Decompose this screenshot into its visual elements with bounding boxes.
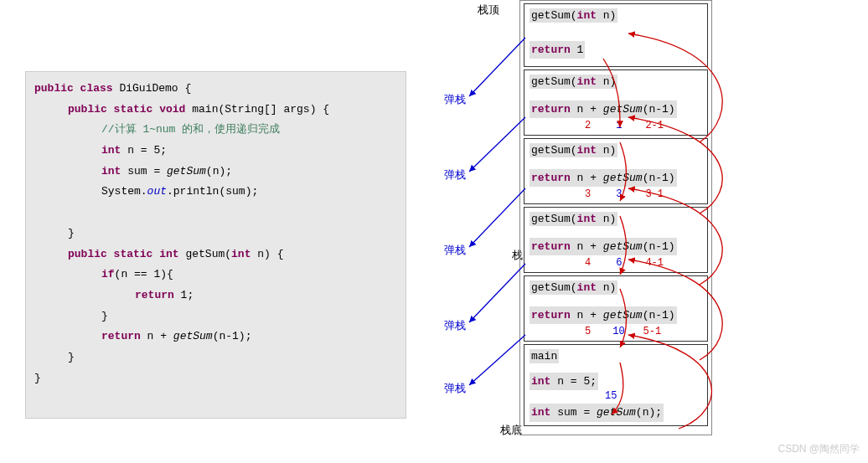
svg-line-0	[469, 38, 525, 96]
code-line: public class DiGuiDemo {	[34, 79, 397, 100]
stack-top-label: 栈顶	[478, 3, 499, 18]
frame-signature: getSum(int n)	[530, 8, 617, 23]
stack-frame-main: main int n = 5; 15 int sum = getSum(n);	[524, 344, 708, 426]
stack-frame: getSum(int n) return n + getSum(n-1) 212…	[524, 69, 708, 136]
svg-line-1	[469, 117, 525, 172]
stack-outer: getSum(int n) return 1 getSum(int n) ret…	[519, 0, 712, 435]
stack-frame: getSum(int n) return 1	[524, 3, 708, 67]
pop-label: 弹栈	[444, 243, 466, 258]
stack-frame: getSum(int n) return n + getSum(n-1) 464…	[524, 207, 708, 273]
pop-label: 弹栈	[444, 167, 466, 183]
pop-label: 弹栈	[444, 318, 466, 333]
svg-line-2	[469, 188, 525, 247]
stack-area: getSum(int n) return 1 getSum(int n) ret…	[519, 0, 721, 452]
stack-frame: getSum(int n) return n + getSum(n-1) 510…	[524, 275, 708, 342]
code-block: public class DiGuiDemo { public static v…	[25, 71, 406, 419]
pop-label: 弹栈	[444, 92, 466, 107]
svg-line-3	[469, 264, 525, 322]
pop-label: 弹栈	[444, 381, 466, 396]
stack-frame: getSum(int n) return n + getSum(n-1) 333…	[524, 138, 708, 204]
svg-line-4	[469, 335, 525, 385]
watermark: CSDN @陶然同学	[778, 442, 860, 456]
